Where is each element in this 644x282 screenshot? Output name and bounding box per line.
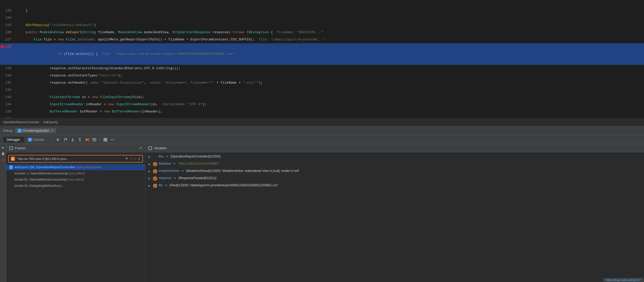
code-line: 136	[0, 115, 644, 118]
variables-tree: ▶ this = {OperationReportController@1200…	[145, 152, 644, 282]
session-icon	[18, 129, 21, 133]
var-toggle-file[interactable]: ▶	[148, 183, 151, 188]
side-toolbar	[0, 144, 6, 282]
svg-point-16	[112, 139, 113, 140]
code-line: 129 response.setCharacterEncoding(Standa…	[0, 65, 644, 72]
breakpoint-indicator	[1, 45, 4, 49]
thread-selector[interactable]: ▶ "http-nio-7001-exec-2"@11,600 in grou.…	[8, 155, 143, 163]
console-arrow: ↑	[45, 138, 47, 141]
var-toggle-modelandview[interactable]: ▶	[148, 169, 151, 174]
debug-actions	[55, 137, 115, 143]
frame-name: doExport:128, OperationReportController …	[14, 165, 101, 169]
session-name: ProviderApplication	[23, 129, 49, 133]
code-line: 133 FileInputStream in = new FileInputSt…	[0, 94, 644, 101]
svg-rect-12	[106, 138, 107, 139]
var-icon-p-file: p	[153, 184, 157, 188]
svg-marker-18	[2, 146, 4, 149]
var-value-response: {ResponseFacade@12011}	[178, 176, 216, 180]
code-line: 125 @GetMapping("/saleDetail/doExport")	[0, 22, 644, 29]
var-value-modelandview: {ModelAndView@12302} "ModelAndView: mate…	[186, 169, 300, 173]
toolbar-separator	[52, 137, 52, 142]
svg-rect-7	[88, 138, 89, 141]
code-line: 127 File file = new File( pathname: apol…	[0, 36, 644, 43]
status-bar: https://blog.csdn.net/zlj1217	[603, 278, 644, 282]
breadcrumb-separator: ›	[41, 120, 42, 124]
var-item-modelandview: ▶ p modelAndView = {ModelAndView@12302} …	[145, 168, 644, 175]
frames-header-label: Frames	[15, 146, 26, 150]
tab-debugger[interactable]: Debugger	[3, 137, 24, 143]
variables-panel-header: Variables	[145, 144, 644, 152]
breadcrumb-class: OperationReportController	[3, 120, 39, 124]
svg-rect-13	[104, 140, 105, 141]
var-toggle-this[interactable]: ▶	[148, 155, 151, 159]
side-resume-button[interactable]	[1, 145, 6, 150]
var-toggle-filename[interactable]: ▶	[148, 162, 151, 166]
step-into-button[interactable]	[70, 137, 75, 143]
var-icon-p-response: p	[153, 177, 157, 181]
var-toggle-response[interactable]: ▶	[148, 176, 151, 181]
svg-point-17	[114, 139, 114, 140]
thread-dropdown-arrow[interactable]: ▼	[126, 157, 128, 161]
frames-icon	[9, 146, 13, 150]
frame-item-invoke40[interactable]: invoke:40, DelegatingMethodAcce...	[6, 183, 145, 189]
settings-button[interactable]	[103, 137, 108, 143]
code-line: 132	[0, 86, 644, 94]
frame-item-doexport[interactable]: doExport:128, OperationReportController …	[6, 164, 145, 170]
thread-arrows: ↑ ↓	[130, 156, 136, 161]
side-stop-button[interactable]	[1, 157, 6, 163]
frame-name-2: invoke0:-1, NativeMethodAccessorImpl (su…	[14, 172, 85, 175]
var-value-this: {OperationReportController@12002}	[171, 155, 221, 158]
thread-filter-button[interactable]: ⊻	[138, 157, 140, 161]
var-name-filename: fileName	[159, 162, 171, 165]
var-name-this: this	[159, 155, 164, 158]
frame-name-3: invoke:62, NativeMethodAccessorImpl (sun…	[14, 178, 84, 181]
svg-rect-21	[2, 159, 4, 161]
var-icon-p-modelandview: p	[153, 169, 157, 173]
toolbar-separator-2	[100, 137, 100, 142]
debug-session-tab[interactable]: ProviderApplication ✕	[15, 128, 56, 133]
side-pause-button[interactable]	[1, 151, 6, 156]
evaluate-button[interactable]	[91, 137, 97, 143]
run-to-cursor-button[interactable]	[84, 137, 90, 143]
frames-actions: ↗	[139, 146, 142, 151]
thread-name: "http-nio-7001-exec-2"@11,600 in grou...	[17, 157, 124, 160]
thread-icon: ▶	[11, 157, 15, 161]
code-line: 135 BufferedReader bufReader = new Buffe…	[0, 108, 644, 115]
var-icon-p-filename: p	[153, 162, 157, 166]
frames-panel: Frames ↗ ▶ "http-nio-7001-exec-2"@11,600…	[6, 144, 145, 282]
var-item-filename: ▶ p fileName = "08d12436201809021209681"	[145, 161, 644, 168]
code-line: 134 InputStreamReader inReader = new Inp…	[0, 101, 644, 108]
debug-bar: Debug: ProviderApplication ✕	[0, 126, 644, 135]
variables-panel: Variables ▶ this = {OperationReportContr…	[145, 144, 644, 282]
svg-rect-19	[2, 153, 3, 155]
var-value-filename: "08d12436201809021209681"	[178, 162, 219, 165]
code-line: 123 }	[0, 7, 644, 14]
more-button[interactable]	[110, 137, 115, 143]
frames-pin-button[interactable]: ↗	[139, 146, 142, 151]
breadcrumb: OperationReportController › doExport()	[0, 118, 644, 126]
variables-icon	[148, 146, 152, 150]
frames-list: ▶ "http-nio-7001-exec-2"@11,600 in grou.…	[6, 152, 145, 282]
var-name-response: response	[159, 176, 171, 180]
frame-item-invoke0[interactable]: invoke0:-1, NativeMethodAccessorImpl (su…	[6, 170, 145, 177]
thread-up-button[interactable]: ↑	[130, 156, 132, 161]
step-out-button[interactable]	[77, 137, 83, 143]
close-session-button[interactable]: ✕	[51, 129, 53, 132]
resume-button[interactable]	[55, 137, 61, 143]
svg-rect-14	[106, 140, 107, 141]
breadcrumb-method: doExport()	[44, 120, 58, 124]
status-url: https://blog.csdn.net/zlj1217	[606, 278, 641, 281]
svg-point-15	[111, 139, 112, 140]
thread-down-button[interactable]: ↓	[133, 156, 136, 161]
var-expand-icon	[153, 155, 157, 159]
frame-name-4: invoke:40, DelegatingMethodAcce...	[14, 184, 64, 188]
frame-item-invoke62[interactable]: invoke:62, NativeMethodAccessorImpl (sun…	[6, 177, 145, 183]
code-line	[0, 0, 644, 7]
step-over-button[interactable]	[63, 137, 68, 143]
svg-rect-11	[104, 138, 105, 139]
console-icon	[28, 138, 32, 142]
code-lines: 123 } 124 125 @GetMapping("/saleDetail/d…	[0, 0, 644, 118]
bottom-panel: Frames ↗ ▶ "http-nio-7001-exec-2"@11,600…	[0, 144, 644, 282]
tab-console[interactable]: Console ↑	[24, 137, 50, 143]
code-line: 130 response.setContentType("text/csv");	[0, 72, 644, 79]
